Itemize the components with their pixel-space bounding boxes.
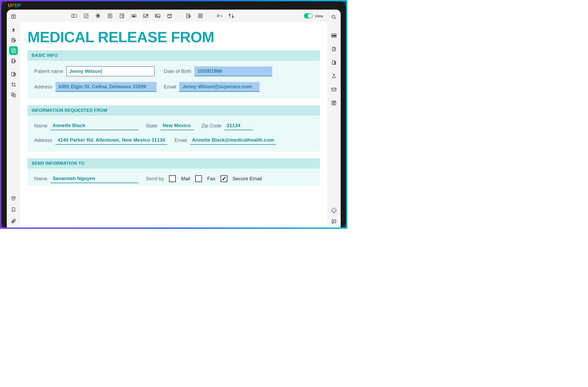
dob-field[interactable]: 10/28/1986 — [194, 66, 272, 76]
req-zip-label: Zip Code — [201, 123, 221, 129]
svg-point-28 — [229, 14, 230, 15]
fax-label: Fax — [207, 176, 215, 182]
attachment-icon[interactable] — [9, 217, 18, 225]
app-logo: UPDF — [8, 3, 21, 8]
svg-point-30 — [332, 15, 335, 18]
section-requested-from: INFORMATION REQUESTED FROM Name Annette … — [27, 105, 320, 151]
signature-tool-icon[interactable] — [142, 12, 149, 19]
convert-icon[interactable] — [330, 45, 338, 53]
svg-point-38 — [333, 209, 334, 210]
layers-icon[interactable] — [9, 194, 18, 203]
reader-mode-icon[interactable] — [9, 12, 18, 21]
document-canvas: MEDICAL RELEASE FROM BASIC INFO Patient … — [20, 22, 327, 227]
align-tool-icon[interactable] — [216, 12, 223, 19]
svg-text:OK: OK — [133, 15, 135, 17]
redact-icon[interactable] — [9, 70, 18, 79]
address-field[interactable]: 6391 Elgin St. Celina, Delaware 10299 — [55, 82, 157, 92]
address-value: 6391 Elgin St. Celina, Delaware 10299 — [59, 84, 146, 89]
bookmark-icon[interactable] — [9, 205, 18, 214]
svg-rect-34 — [332, 88, 336, 91]
svg-rect-42 — [332, 220, 336, 223]
form-tools-icon[interactable] — [228, 12, 235, 19]
form-properties-icon[interactable] — [185, 12, 192, 19]
organize-pages-icon[interactable] — [9, 57, 18, 65]
dob-value: 10/28/1986 — [198, 68, 222, 74]
email-icon[interactable] — [330, 85, 338, 94]
fax-checkbox[interactable] — [195, 175, 202, 182]
req-address-field[interactable]: 4140 Parker Rd. Allentown, New Mexico 31… — [55, 136, 167, 145]
patient-name-value: Jenny Wilson — [69, 68, 101, 74]
send-to-header: SEND INFORMATION TO — [27, 158, 320, 169]
svg-text:OCR: OCR — [332, 35, 336, 37]
svg-rect-4 — [12, 59, 15, 63]
req-state-field[interactable]: New Mexico — [160, 121, 194, 130]
button-tool-icon[interactable]: OK — [130, 12, 137, 19]
dob-label: Date of Birth — [164, 68, 191, 74]
view-switch[interactable] — [304, 13, 313, 18]
svg-point-40 — [333, 212, 334, 213]
search-icon[interactable] — [330, 13, 338, 22]
edit-page-icon[interactable] — [9, 36, 18, 45]
compare-icon[interactable] — [9, 91, 18, 99]
share-icon[interactable] — [330, 72, 338, 80]
svg-point-37 — [333, 103, 335, 104]
save-icon[interactable] — [330, 99, 338, 107]
address-label: Address — [34, 84, 52, 90]
req-address-value: 4140 Parker Rd. Allentown, New Mexico 31… — [58, 137, 165, 143]
send-name-field[interactable]: Savannah Nguyen — [51, 174, 139, 183]
send-by-label: Send by — [146, 176, 164, 182]
send-name-value: Savannah Nguyen — [53, 176, 95, 181]
svg-rect-9 — [72, 14, 76, 18]
svg-rect-23 — [189, 15, 191, 17]
mail-checkbox[interactable] — [169, 175, 176, 182]
combobox-tool-icon[interactable] — [118, 12, 125, 19]
mail-label: Mail — [181, 176, 190, 182]
checkbox-tool-icon[interactable] — [82, 12, 90, 19]
titlebar: UPDF — [1, 1, 346, 10]
email-field[interactable]: Jenny Wilson@superace.com — [179, 82, 260, 92]
secure-email-checkbox[interactable] — [221, 175, 227, 182]
req-email-value: Annette Black@medicalhealth.com — [192, 137, 274, 143]
req-address-label: Address — [34, 137, 52, 143]
svg-text:···: ··· — [169, 16, 170, 18]
grid-select-icon[interactable] — [197, 12, 204, 19]
svg-point-29 — [232, 17, 233, 18]
text-cursor — [101, 68, 102, 74]
svg-rect-36 — [333, 101, 335, 102]
forms-icon[interactable] — [9, 46, 18, 55]
text-field-tool-icon[interactable] — [71, 12, 78, 19]
listbox-tool-icon[interactable] — [106, 12, 114, 19]
svg-point-12 — [97, 15, 99, 17]
email-label: Email — [164, 84, 176, 90]
crop-icon[interactable] — [9, 80, 18, 89]
svg-rect-26 — [199, 16, 200, 18]
basic-info-header: BASIC INFO — [27, 50, 320, 61]
req-name-field[interactable]: Annette Black — [51, 121, 139, 130]
section-send-to: SEND INFORMATION TO Name Savannah Nguyen… — [27, 158, 320, 186]
center-pane: OK ··· — [20, 10, 327, 227]
doc-title: MEDICAL RELEASE FROM — [27, 28, 320, 46]
image-tool-icon[interactable] — [154, 12, 161, 19]
svg-rect-25 — [201, 14, 202, 16]
protect-icon[interactable] — [330, 58, 338, 67]
send-name-label: Name — [34, 176, 47, 182]
svg-point-41 — [332, 210, 333, 211]
svg-rect-27 — [201, 16, 202, 18]
annotate-icon[interactable] — [9, 25, 18, 34]
req-email-label: Email — [174, 137, 187, 143]
req-name-label: Name — [34, 123, 47, 129]
comment-icon[interactable] — [330, 217, 338, 226]
req-zip-field[interactable]: 31134 — [225, 121, 253, 130]
email-value: Jenny Wilson@superace.com — [182, 84, 252, 89]
view-label: View — [315, 14, 323, 18]
req-zip-value: 31134 — [227, 123, 240, 128]
patient-name-label: Patient name — [34, 68, 63, 74]
ocr-icon[interactable]: OCR — [330, 31, 338, 40]
req-email-field[interactable]: Annette Black@medicalhealth.com — [190, 136, 276, 145]
date-tool-icon[interactable]: ··· — [166, 12, 173, 19]
radio-tool-icon[interactable] — [94, 12, 102, 19]
req-name-value: Annette Black — [53, 123, 86, 128]
req-state-label: State — [146, 123, 157, 129]
patient-name-field[interactable]: Jenny Wilson — [66, 66, 155, 76]
updf-brand-icon[interactable] — [331, 207, 337, 214]
